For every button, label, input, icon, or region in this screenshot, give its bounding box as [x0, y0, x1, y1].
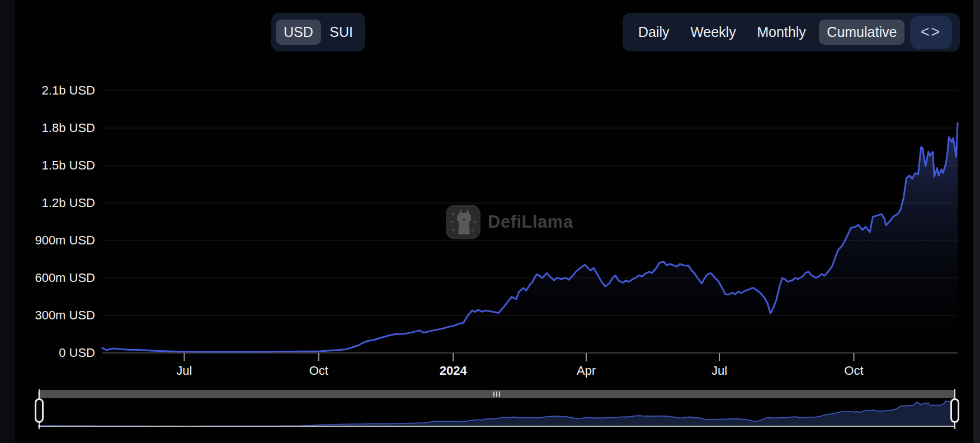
x-axis-label: Oct: [814, 364, 893, 378]
currency-toggle-group: USD SUI: [271, 13, 365, 51]
defillama-watermark: DefiLlama: [445, 202, 573, 242]
defillama-llama-logo: [445, 204, 481, 240]
interval-option-monthly[interactable]: Monthly: [749, 20, 814, 45]
x-axis-label: Apr: [547, 364, 625, 378]
currency-option-sui[interactable]: SUI: [322, 20, 361, 45]
interval-option-weekly[interactable]: Weekly: [682, 20, 744, 45]
x-axis-label: Jul: [680, 364, 758, 378]
y-axis-label: 1.5b USD: [11, 158, 95, 173]
drag-grip-icon[interactable]: [493, 392, 500, 397]
brush-baseline: [38, 426, 955, 427]
embed-code-button[interactable]: <>: [910, 16, 952, 49]
brush-area-fill: [38, 400, 955, 427]
interval-toggle-group: Daily Weekly Monthly Cumulative <>: [623, 13, 960, 51]
interval-option-cumulative[interactable]: Cumulative: [819, 20, 904, 45]
brush-bar[interactable]: [38, 390, 955, 398]
y-axis-label: 0 USD: [11, 346, 95, 360]
currency-option-usd[interactable]: USD: [276, 20, 321, 45]
brush-right-handle[interactable]: [950, 398, 959, 423]
brush-left-handle[interactable]: [35, 398, 44, 423]
y-axis-label: 1.2b USD: [11, 196, 95, 210]
y-axis-label: 600m USD: [11, 271, 95, 285]
watermark-text: DefiLlama: [488, 212, 573, 232]
x-axis-label: Oct: [280, 364, 358, 378]
interval-option-daily[interactable]: Daily: [630, 20, 677, 45]
y-axis-label: 900m USD: [11, 233, 95, 248]
y-axis-label: 300m USD: [11, 308, 95, 323]
y-axis-label: 2.1b USD: [11, 83, 95, 98]
x-axis-label: 2024: [414, 364, 492, 378]
tvl-chart-panel: USD SUI Daily Weekly Monthly Cumulative …: [0, 0, 980, 443]
x-axis-label: Jul: [145, 364, 223, 378]
code-angle-brackets-icon: <>: [921, 25, 942, 40]
y-axis-label: 1.8b USD: [11, 121, 95, 135]
